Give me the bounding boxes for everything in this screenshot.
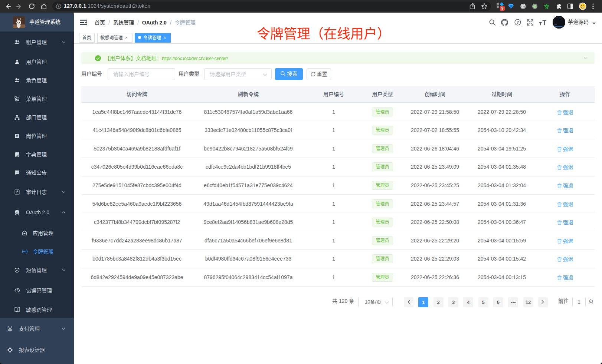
svg-text:9: 9 <box>501 6 504 10</box>
svg-text:?: ? <box>517 20 519 24</box>
